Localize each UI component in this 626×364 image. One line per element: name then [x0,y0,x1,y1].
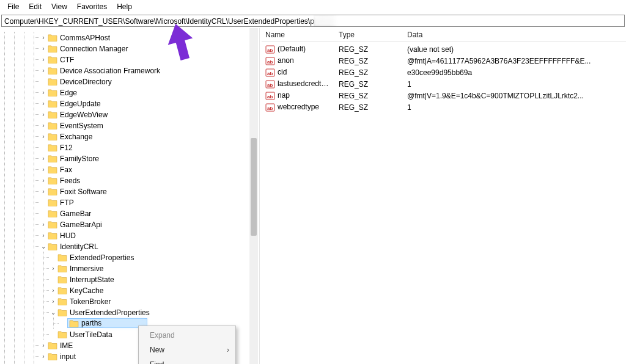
tree-guide [10,252,20,263]
expander-closed-icon[interactable]: › [39,67,48,74]
tree-guide [0,186,10,197]
expander-closed-icon[interactable]: › [49,298,57,305]
value-row[interactable]: lastusedcredtypeREG_SZ1 [262,78,626,90]
tree-item-gamebar[interactable]: GameBar [0,208,259,219]
tree-item-label: GameBarApi [60,220,102,228]
tree-scrollbar[interactable] [249,28,258,364]
tree-item-ftp[interactable]: FTP [0,197,259,208]
tree-item-interruptstate[interactable]: InterruptState [0,274,259,285]
tree-item-ctf[interactable]: ›CTF [0,54,259,65]
expander-closed-icon[interactable]: › [39,166,48,173]
value-row[interactable]: anonREG_SZ@fmt|A=4611177A5962A3B76A3F23E… [262,55,626,67]
col-header-type[interactable]: Type [335,28,403,42]
reg-string-icon [265,45,275,54]
value-row[interactable]: napREG_SZ@fmt|V=1.9&E=1c4b&C=900TMlZTOPL… [262,90,626,101]
tree-guide [29,351,39,362]
expander-closed-icon[interactable]: › [39,89,48,96]
tree-item-exchange[interactable]: ›Exchange [0,131,259,142]
tree-guide [10,318,20,329]
folder-icon [48,176,57,184]
tree-item-edgewebview[interactable]: ›EdgeWebView [0,109,259,120]
tree-guide [0,351,10,362]
col-header-data[interactable]: Data [403,28,626,42]
expander-closed-icon[interactable]: › [39,155,48,162]
menu-edit[interactable]: Edit [24,1,46,12]
folder-icon [57,297,67,305]
tree-guide [10,241,20,252]
tree-item-feeds[interactable]: ›Feeds [0,175,259,186]
tree-guide [10,109,20,120]
tree-item-devicedirectory[interactable]: DeviceDirectory [0,76,259,87]
expander-closed-icon[interactable]: › [39,133,48,140]
tree-item-gamebarapi[interactable]: ›GameBarApi [0,219,259,230]
context-menu: Expand New Find... Delete [138,326,236,364]
tree-guide [29,252,39,263]
expander-closed-icon[interactable]: › [39,353,48,360]
tree-item-hud[interactable]: ›HUD [0,230,259,241]
value-row[interactable]: webcredtypeREG_SZ1 [262,101,626,113]
expander-closed-icon[interactable]: › [39,342,48,349]
tree-guide [20,54,29,65]
menubar: File Edit View Favorites Help [0,0,626,15]
folder-icon [69,319,79,327]
value-row[interactable]: (Default)REG_SZ(value not set) [262,43,626,55]
context-new[interactable]: New [139,343,235,357]
tree-item-label: EventSystem [60,121,103,129]
tree-item-commsaphost[interactable]: ›CommsAPHost [0,32,259,43]
tree-item-tokenbroker[interactable]: ›TokenBroker [0,296,259,307]
tree-item-extendedproperties[interactable]: ExtendedProperties [0,252,259,263]
tree-item-familystore[interactable]: ›FamilyStore [0,153,259,164]
tree-guide [29,307,39,318]
folder-icon [48,55,57,64]
address-bar[interactable]: Computer\HKEY_CURRENT_USER\Software\Micr… [1,15,625,27]
tree-item-label: parths [81,319,101,327]
expander-closed-icon[interactable]: › [39,34,48,41]
tree-item-connection-manager[interactable]: ›Connection Manager [0,43,259,54]
value-type: REG_SZ [335,91,403,101]
tree-item-identitycrl[interactable]: ⌄IdentityCRL [0,241,259,252]
tree-item-device-association-framework[interactable]: ›Device Association Framework [0,65,259,76]
expander-closed-icon[interactable]: › [39,122,48,129]
expander-closed-icon[interactable]: › [49,265,57,272]
expander-open-icon[interactable]: ⌄ [49,309,57,316]
folder-icon [48,88,57,96]
tree-item-label: ExtendedProperties [70,253,134,261]
expander-closed-icon[interactable]: › [49,287,57,294]
tree-guide [20,208,29,219]
folder-icon [48,154,57,162]
menu-view[interactable]: View [46,1,72,12]
tree-item-userextendedproperties[interactable]: ⌄UserExtendedProperties [0,307,259,318]
tree-item-keycache[interactable]: ›KeyCache [0,285,259,296]
tree-scroll-thumb[interactable] [251,138,257,236]
tree-guide [29,164,39,175]
value-row[interactable]: cidREG_SZe30cee99d95bb69a [262,67,626,78]
tree-guide [20,98,29,109]
tree-item-foxit-software[interactable]: ›Foxit Software [0,186,259,197]
value-type: REG_SZ [335,68,403,78]
tree-item-edgeupdate[interactable]: ›EdgeUpdate [0,98,259,109]
tree-item-edge[interactable]: ›Edge [0,87,259,98]
expander-closed-icon[interactable]: › [39,188,48,195]
tree-guide [20,219,29,230]
tree-guide [20,87,29,98]
tree-guide [29,296,39,307]
col-header-name[interactable]: Name [262,28,335,42]
tree-item-f12[interactable]: F12 [0,142,259,153]
tree-item-label: Immersive [70,264,103,272]
menu-favorites[interactable]: Favorites [72,1,112,12]
expander-closed-icon[interactable]: › [39,56,48,63]
tree-guide [39,318,49,329]
expander-closed-icon[interactable]: › [39,45,48,52]
expander-closed-icon[interactable]: › [39,177,48,184]
tree-item-fax[interactable]: ›Fax [0,164,259,175]
expander-closed-icon[interactable]: › [39,232,48,239]
menu-file[interactable]: File [2,1,24,12]
tree-item-eventsystem[interactable]: ›EventSystem [0,120,259,131]
expander-closed-icon[interactable]: › [39,111,48,118]
expander-open-icon[interactable]: ⌄ [39,243,48,250]
tree-item-immersive[interactable]: ›Immersive [0,263,259,274]
expander-closed-icon[interactable]: › [39,221,48,228]
menu-help[interactable]: Help [112,1,137,12]
expander-closed-icon[interactable]: › [39,100,48,107]
context-find[interactable]: Find... [139,357,235,364]
